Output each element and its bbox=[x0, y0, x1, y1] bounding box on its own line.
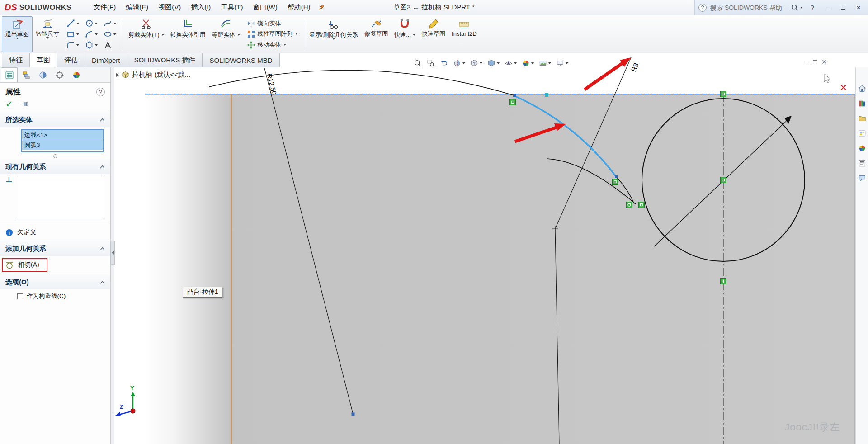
trim-caret[interactable] bbox=[161, 34, 164, 36]
rapid-sketch-button[interactable]: 快速草图 bbox=[419, 16, 448, 52]
minimize-button[interactable]: − bbox=[822, 2, 834, 13]
instant2d-button[interactable]: Instant2D bbox=[448, 16, 480, 52]
polygon-tool-button[interactable] bbox=[84, 40, 99, 50]
selected-entities-listbox[interactable]: 边线<1> 圆弧3 bbox=[21, 129, 104, 152]
section-view-button[interactable] bbox=[453, 59, 465, 67]
section-options[interactable]: 选项(O) bbox=[0, 274, 110, 289]
menu-pin-icon[interactable] bbox=[318, 4, 325, 11]
close-button[interactable]: ✕ bbox=[853, 2, 864, 13]
previous-view-button[interactable] bbox=[440, 59, 448, 67]
edit-appearance-button[interactable] bbox=[522, 59, 534, 67]
appearances-scenes-icon[interactable] bbox=[858, 144, 866, 152]
menu-insert[interactable]: 插入(I) bbox=[186, 1, 216, 14]
pm-tab-displaymanager[interactable] bbox=[34, 67, 51, 82]
scene-caret[interactable] bbox=[548, 62, 551, 64]
convert-entities-button[interactable]: 转换实体引用 bbox=[167, 16, 209, 52]
dimension-r3[interactable]: R3 bbox=[629, 62, 640, 73]
offset-entities-button[interactable]: 等距实体 bbox=[209, 16, 243, 52]
display-delete-relations-button[interactable]: 显示/删除几何关系 bbox=[307, 16, 362, 52]
arc-caret[interactable] bbox=[95, 33, 98, 35]
relation-marker-vertical[interactable] bbox=[721, 279, 726, 284]
quick-snaps-button[interactable]: 快速... bbox=[391, 16, 419, 52]
file-explorer-icon[interactable] bbox=[858, 114, 866, 123]
fillet-tool-button[interactable] bbox=[65, 40, 80, 50]
section-selected-entities[interactable]: 所选实体 bbox=[0, 112, 110, 127]
doc-restore-button[interactable] bbox=[813, 58, 817, 66]
menu-window[interactable]: 窗口(W) bbox=[248, 1, 283, 14]
section-existing-relations[interactable]: 现有几何关系 bbox=[0, 159, 110, 174]
polygon-caret[interactable] bbox=[95, 44, 98, 46]
tab-sketch[interactable]: 草图 bbox=[29, 53, 57, 67]
sketch-endpoint[interactable] bbox=[615, 175, 618, 178]
menu-file[interactable]: 文件(F) bbox=[89, 1, 121, 14]
display-style-caret[interactable] bbox=[497, 62, 500, 64]
tab-solidworks-mbd[interactable]: SOLIDWORKS MBD bbox=[202, 53, 279, 67]
rectangle-tool-button[interactable] bbox=[65, 29, 80, 39]
design-library-icon[interactable] bbox=[858, 99, 866, 108]
offset-caret[interactable] bbox=[237, 34, 240, 36]
linear-pattern-caret[interactable] bbox=[295, 33, 298, 35]
tab-dimxpert[interactable]: DimXpert bbox=[85, 53, 127, 67]
menu-edit[interactable]: 编辑(E) bbox=[121, 1, 153, 14]
existing-relations-listbox[interactable] bbox=[17, 176, 104, 219]
trim-entities-button[interactable]: 剪裁实体(T) bbox=[125, 16, 167, 52]
smart-dimension-caret[interactable] bbox=[46, 37, 49, 39]
pm-tab-propertymanager[interactable] bbox=[1, 67, 18, 82]
move-entities-button[interactable]: 移动实体 bbox=[245, 40, 300, 50]
help-icon[interactable]: ? bbox=[96, 88, 105, 96]
pm-tab-appearances[interactable] bbox=[68, 67, 85, 82]
quick-snaps-caret[interactable] bbox=[413, 34, 415, 36]
spline-caret[interactable] bbox=[113, 23, 116, 24]
mirror-entities-button[interactable]: 镜向实体 bbox=[245, 19, 300, 28]
section-view-caret[interactable] bbox=[462, 62, 465, 64]
ok-button[interactable]: ✓ bbox=[5, 100, 13, 108]
breadcrumb-label[interactable]: 拉机柄 (默认<<默... bbox=[132, 71, 190, 79]
relation-marker[interactable] bbox=[627, 202, 632, 208]
tab-solidworks-addins[interactable]: SOLIDWORKS 插件 bbox=[127, 53, 203, 67]
expand-arrow-icon[interactable] bbox=[116, 73, 119, 77]
search-input[interactable] bbox=[710, 3, 787, 13]
listbox-resize-handle[interactable] bbox=[53, 154, 57, 158]
view-orientation-button[interactable] bbox=[470, 59, 482, 67]
display-relations-caret[interactable] bbox=[332, 38, 335, 40]
part-face[interactable] bbox=[145, 94, 855, 444]
doc-minimize-button[interactable]: − bbox=[805, 58, 809, 66]
arc-tool-button[interactable] bbox=[84, 29, 99, 39]
panel-collapse-handle[interactable] bbox=[110, 241, 115, 265]
midpoint-marker[interactable] bbox=[545, 93, 548, 97]
search-button[interactable] bbox=[791, 4, 803, 12]
relation-marker[interactable] bbox=[613, 179, 618, 185]
forum-icon[interactable] bbox=[858, 174, 866, 182]
view-palette-icon[interactable] bbox=[858, 129, 866, 137]
menu-view[interactable]: 视图(V) bbox=[153, 1, 186, 14]
relation-marker[interactable] bbox=[639, 202, 645, 208]
circle-caret[interactable] bbox=[95, 23, 98, 24]
tab-features[interactable]: 特征 bbox=[2, 53, 30, 67]
sketch-endpoint[interactable] bbox=[352, 413, 355, 416]
spline-tool-button[interactable] bbox=[102, 19, 118, 28]
menu-help[interactable]: 帮助(H) bbox=[283, 1, 316, 14]
help-badge-icon[interactable]: ? bbox=[698, 4, 707, 12]
tab-evaluate[interactable]: 评估 bbox=[57, 53, 85, 67]
pm-tab-configurationmanager[interactable] bbox=[18, 67, 34, 82]
exit-sketch-caret[interactable] bbox=[16, 38, 19, 39]
tangent-relation-button[interactable]: 相切(A) bbox=[18, 261, 39, 269]
graphics-area[interactable]: R12.50 R3 bbox=[114, 53, 855, 444]
dimension-r1250[interactable]: R12.50 bbox=[265, 73, 278, 96]
pm-tab-dimxpertmanager[interactable] bbox=[51, 67, 68, 82]
relation-marker[interactable] bbox=[721, 177, 726, 183]
linear-pattern-button[interactable]: 线性草图阵列 bbox=[245, 29, 300, 39]
list-item-arc[interactable]: 圆弧3 bbox=[22, 140, 103, 150]
apply-scene-button[interactable] bbox=[539, 59, 551, 67]
sketch-canvas[interactable]: R12.50 R3 bbox=[114, 53, 855, 444]
home-resources-icon[interactable] bbox=[858, 85, 866, 93]
section-add-relations[interactable]: 添加几何关系 bbox=[0, 241, 110, 256]
sketch-endpoint[interactable] bbox=[513, 94, 516, 97]
repair-sketch-button[interactable]: 修复草图 bbox=[361, 16, 391, 52]
construction-checkbox[interactable] bbox=[17, 293, 23, 299]
ellipse-tool-button[interactable] bbox=[102, 29, 118, 39]
circle-tool-button[interactable] bbox=[84, 19, 99, 28]
list-item-edge[interactable]: 边线<1> bbox=[22, 130, 103, 140]
doc-close-button[interactable]: ✕ bbox=[821, 58, 827, 66]
help-button[interactable]: ? bbox=[807, 2, 818, 13]
